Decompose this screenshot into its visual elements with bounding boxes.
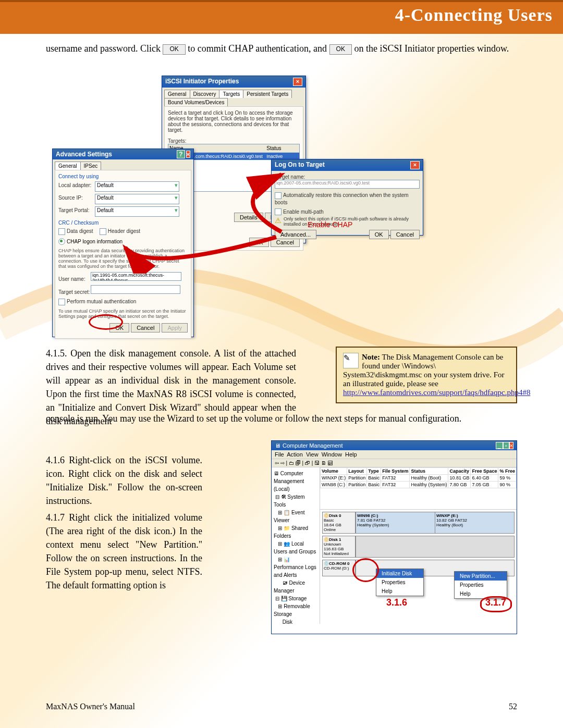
step-label-316: 3.1.6 — [386, 597, 407, 608]
paragraph-415b: console is run. You may use the Wizard t… — [46, 412, 517, 425]
target-name-label: Target name: — [275, 174, 420, 180]
help-text: Select a target and click Log On to acce… — [168, 110, 300, 133]
volume-list[interactable]: VolumeLayoutTypeFile SystemStatusCapacit… — [320, 467, 517, 510]
note-heading: Note: — [362, 353, 380, 361]
target-secret-label: Target secret: — [58, 289, 91, 295]
menu-properties[interactable]: Properties — [376, 578, 423, 587]
target-portal-dropdown[interactable]: Default — [95, 206, 179, 217]
menu-new-partition[interactable]: New Partition... — [455, 572, 507, 581]
chapter-header: 4-Connecting Users — [0, 0, 563, 34]
disk-1-row[interactable]: 📀Disk 1Unknown116.63 GBNot Initialized — [322, 536, 515, 558]
header-digest-checkbox[interactable] — [100, 228, 106, 235]
cancel-button[interactable]: Cancel — [390, 230, 420, 239]
footer-page-number: 52 — [509, 702, 517, 711]
auto-restore-checkbox[interactable] — [275, 192, 282, 199]
minimize-icon[interactable]: _ — [496, 442, 503, 449]
computer-management-window: 🖥Computer Management_▫× File Action View… — [271, 440, 517, 634]
note-box: ✎ Note: The Disk Management Console can … — [336, 347, 517, 403]
ok-button-inline-2[interactable]: OK — [329, 44, 352, 54]
username-label: User name: — [58, 276, 91, 282]
window-title: iSCSI Initiator Properties — [165, 78, 239, 86]
nav-tree[interactable]: 🖥 Computer Management (Local) ⊟ 🛠 System… — [272, 467, 320, 624]
close-icon[interactable]: × — [509, 442, 513, 449]
tab-bound[interactable]: Bound Volumes/Devices — [164, 98, 228, 106]
target-secret-input[interactable] — [91, 285, 180, 294]
tab-targets[interactable]: Targets — [219, 90, 243, 98]
close-icon[interactable]: × — [293, 78, 302, 86]
local-adapter-dropdown[interactable]: Default — [95, 181, 179, 192]
source-ip-dropdown[interactable]: Default — [95, 194, 179, 204]
intro-paragraph: username and password. Click OK to commi… — [46, 42, 517, 55]
ok-button-inline-1[interactable]: OK — [163, 44, 185, 54]
paragraph-416: 4.1.6 Right-click on the iSCSI volume. i… — [46, 453, 202, 508]
tab-ipsec[interactable]: IPSec — [80, 162, 102, 170]
menu-initialize-disk[interactable]: Initialize Disk — [376, 569, 423, 578]
footer-left: MaxNAS Owner's Manual — [46, 702, 135, 711]
disk-0-row[interactable]: 📀Disk 0Basic18.64 GBOnline WIN98 (C:)7.8… — [322, 512, 515, 534]
chap-help: CHAP helps ensure data security by provi… — [58, 248, 188, 269]
step-circle-316 — [352, 558, 379, 582]
pencil-icon: ✎ — [343, 353, 359, 368]
advanced-settings-window: Advanced Settings?× GeneralIPSec Connect… — [52, 149, 194, 337]
window-title: Computer Management — [283, 442, 343, 449]
table-row[interactable]: WIN98 (C:)PartitionBasicFAT32Healthy (Sy… — [320, 482, 516, 488]
enable-chap-callout: Enable CHAP — [308, 220, 352, 229]
apply-button[interactable]: Apply — [162, 323, 188, 332]
menu-properties[interactable]: Properties — [455, 581, 507, 589]
tab-general[interactable]: General — [164, 90, 190, 98]
data-digest-checkbox[interactable] — [58, 228, 65, 235]
maximize-icon[interactable]: ▫ — [503, 442, 509, 449]
paragraph-417: 4.1.7 Right click the initialized volume… — [46, 511, 202, 593]
window-title: Advanced Settings — [56, 151, 112, 158]
ok-highlight-circle — [89, 314, 123, 330]
toolbar[interactable]: ⇦ ⇨ | 🗀 🗐 | 🗗 | 🖫 🗎 🗟 — [272, 459, 517, 467]
table-row[interactable]: WINXP (E:)PartitionBasicFAT32Healthy (Bo… — [320, 475, 516, 482]
mutual-help: To use mutual CHAP specify an initiator … — [58, 309, 188, 319]
group-connect: Connect by using — [58, 174, 188, 179]
close-icon[interactable]: × — [410, 161, 420, 169]
note-link[interactable]: http://www.fantomdrives.com/support/faqs… — [343, 388, 530, 397]
details-button[interactable]: Details — [234, 213, 263, 222]
context-menu-disk[interactable]: Initialize Disk Properties Help — [376, 569, 424, 596]
close-icon[interactable]: × — [186, 151, 190, 158]
target-name-field: iqn.2007-05.com.thecus:RAID.iscsi0.vg0.t… — [275, 180, 420, 189]
ok-button[interactable]: OK — [369, 230, 389, 239]
username-input[interactable]: iqn.1991-05.com.microsoft:thecus-2c18b4b… — [91, 272, 181, 281]
context-menu-partition[interactable]: New Partition... Properties Help — [454, 571, 507, 599]
help-icon[interactable]: ? — [177, 150, 185, 158]
tab-persistent[interactable]: Persistent Targets — [243, 90, 292, 98]
chap-logon-radio[interactable] — [58, 238, 65, 245]
window-title: Log On to Target — [275, 161, 325, 169]
targets-label: Targets: — [168, 138, 300, 144]
local-adapter-label: Local adapter: — [58, 182, 95, 188]
group-crc: CRC / Checksum — [58, 220, 188, 226]
source-ip-label: Source IP: — [58, 195, 95, 201]
tab-general[interactable]: General — [55, 162, 81, 170]
cancel-button[interactable]: Cancel — [131, 323, 160, 332]
warning-icon: ⚠ — [275, 216, 282, 227]
tab-discovery[interactable]: Discovery — [190, 90, 220, 98]
target-portal-label: Target Portal: — [58, 207, 95, 213]
menu-help[interactable]: Help — [376, 587, 423, 596]
advanced-button[interactable]: Advanced... — [275, 230, 316, 239]
step-label-317: 3.1.7 — [485, 597, 506, 608]
ok-button[interactable]: OK — [249, 238, 269, 247]
mutual-auth-checkbox[interactable] — [58, 299, 65, 305]
app-icon: 🖥 — [275, 442, 280, 449]
multipath-checkbox[interactable] — [275, 208, 282, 215]
menubar[interactable]: File Action View Window Help — [272, 450, 517, 459]
col-status: Status — [265, 144, 299, 152]
